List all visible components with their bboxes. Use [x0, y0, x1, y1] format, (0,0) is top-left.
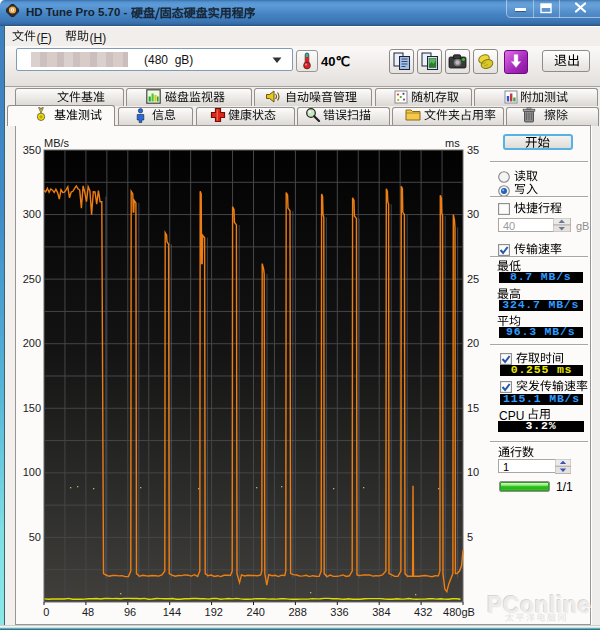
svg-text:144: 144	[163, 606, 181, 618]
svg-text:150: 150	[23, 402, 41, 414]
svg-text:480gB: 480gB	[443, 606, 475, 618]
svg-text:48: 48	[82, 606, 94, 618]
svg-text:200: 200	[23, 337, 41, 349]
svg-text:288: 288	[288, 606, 306, 618]
svg-text:250: 250	[23, 273, 41, 285]
svg-text:100: 100	[23, 466, 41, 478]
svg-text:336: 336	[330, 606, 348, 618]
svg-text:350: 350	[23, 144, 41, 156]
svg-text:300: 300	[23, 208, 41, 220]
svg-text:35: 35	[467, 144, 479, 156]
svg-text:25: 25	[467, 273, 479, 285]
svg-text:5: 5	[467, 531, 473, 543]
svg-text:15: 15	[467, 402, 479, 414]
svg-text:384: 384	[372, 606, 390, 618]
svg-text:96: 96	[124, 606, 136, 618]
svg-text:ms: ms	[445, 137, 460, 149]
svg-text:240: 240	[247, 606, 265, 618]
svg-text:10: 10	[467, 466, 479, 478]
svg-text:MB/s: MB/s	[44, 137, 70, 149]
svg-text:432: 432	[414, 606, 432, 618]
svg-text:20: 20	[467, 337, 479, 349]
svg-text:50: 50	[29, 531, 41, 543]
svg-text:192: 192	[205, 606, 223, 618]
svg-text:30: 30	[467, 208, 479, 220]
svg-text:0: 0	[43, 606, 49, 618]
